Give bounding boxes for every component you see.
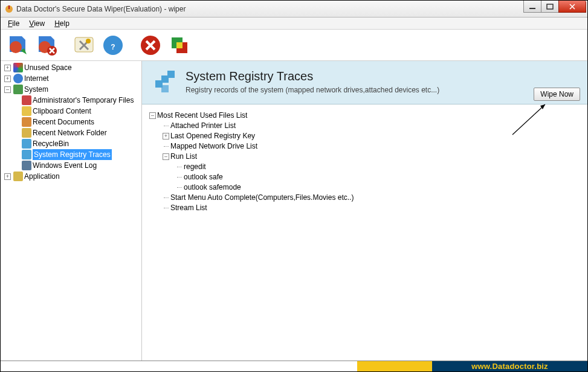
footer-url: www.Datadoctor.biz (432, 361, 587, 371)
node-label: Recent Documents (33, 117, 94, 127)
node-icon (22, 139, 31, 149)
detail-label: Attached Printer List (170, 121, 236, 131)
detail-node[interactable]: Mapped Network Drive List (163, 141, 584, 152)
detail-node[interactable]: Stream List (163, 203, 584, 213)
menu-file[interactable]: File (3, 18, 24, 29)
node-icon (13, 85, 23, 94)
node-label: RecycleBin (33, 138, 69, 149)
footer: www.Datadoctor.biz (1, 361, 587, 371)
toolbar-btn-help[interactable]: ? (100, 32, 126, 59)
node-label: Clipboard Content (33, 106, 91, 117)
detail-label: Most Recent Used Files List (157, 111, 247, 121)
node-label: System (24, 84, 48, 95)
svg-rect-15 (176, 42, 183, 48)
tree-node[interactable]: Recent Network Folder (11, 127, 140, 138)
detail-label: Mapped Network Drive List (170, 141, 257, 152)
detail-node[interactable]: –Run List (163, 152, 584, 162)
details-tree[interactable]: –Most Recent Used Files ListAttached Pri… (142, 104, 587, 219)
detail-label: Stream List (170, 203, 207, 213)
tree-node[interactable]: Administrator's Temporary Files (11, 95, 140, 106)
window-controls (524, 1, 586, 13)
toolbar-btn-stop[interactable] (137, 32, 164, 59)
detail-node[interactable]: Start Menu Auto Complete(Computers,Files… (163, 193, 584, 203)
banner-title: System Registry Traces (186, 69, 439, 83)
node-icon (13, 63, 23, 72)
svg-rect-1 (8, 5, 10, 9)
tree-node[interactable]: Windows Event Log (11, 160, 140, 171)
tree-node[interactable]: –System (3, 84, 140, 95)
svg-point-4 (10, 41, 22, 53)
node-label: Application (24, 171, 60, 182)
close-button[interactable] (558, 1, 586, 13)
tree-node[interactable]: +Application (3, 171, 140, 182)
node-label: Unused Space (24, 62, 72, 73)
tree-node[interactable]: Recent Documents (11, 117, 140, 127)
detail-label: Run List (170, 152, 197, 162)
detail-node[interactable]: Attached Printer List (163, 121, 584, 131)
sidebar-tree[interactable]: +Unused Space+Internet–SystemAdministrat… (1, 61, 142, 361)
svg-rect-19 (161, 85, 169, 92)
menu-view[interactable]: View (24, 18, 50, 29)
tree-node[interactable]: RecycleBin (11, 138, 140, 149)
toolbar: ? (1, 30, 587, 61)
toolbar-btn-settings[interactable] (71, 32, 97, 59)
svg-rect-18 (167, 71, 175, 78)
maximize-button[interactable] (541, 1, 559, 13)
toolbar-btn-1[interactable] (4, 32, 31, 59)
registry-icon (153, 69, 177, 94)
node-icon (13, 172, 23, 181)
node-icon (13, 74, 23, 83)
minimize-button[interactable] (523, 1, 541, 13)
node-icon (22, 150, 31, 159)
detail-label: outlook safe (184, 172, 223, 182)
node-label: Administrator's Temporary Files (33, 95, 134, 106)
menu-bar: File View Help (1, 18, 587, 30)
node-icon (22, 106, 31, 116)
menu-help[interactable]: Help (50, 18, 74, 29)
app-icon (4, 4, 14, 14)
detail-node[interactable]: –Most Recent Used Files List (149, 111, 584, 121)
node-label: Recent Network Folder (33, 127, 107, 138)
tree-node[interactable]: System Registry Traces (11, 149, 140, 160)
detail-node[interactable]: outlook safemode (176, 182, 584, 193)
detail-node[interactable]: regedit (176, 162, 584, 172)
detail-label: regedit (184, 162, 206, 172)
toolbar-btn-2[interactable] (33, 32, 60, 59)
detail-node[interactable]: outlook safe (176, 172, 584, 182)
svg-rect-3 (547, 4, 553, 9)
window-title: Data Doctor's Secure Data Wiper(Evaluati… (16, 5, 186, 13)
svg-point-9 (86, 39, 91, 43)
detail-label: Last Opened Registry Key (170, 131, 255, 141)
banner-subtitle: Registry records of the system (mapped n… (186, 86, 439, 94)
node-label: System Registry Traces (33, 149, 112, 160)
detail-node[interactable]: +Last Opened Registry Key (163, 131, 584, 141)
node-icon (22, 128, 31, 138)
title-bar: Data Doctor's Secure Data Wiper(Evaluati… (1, 1, 587, 18)
tree-node[interactable]: Clipboard Content (11, 106, 140, 117)
node-icon (22, 117, 31, 127)
svg-rect-2 (529, 8, 535, 9)
wipe-now-button[interactable]: Wipe Now (534, 88, 580, 101)
node-icon (22, 161, 31, 170)
tree-node[interactable]: +Unused Space (3, 62, 140, 73)
node-icon (22, 95, 31, 105)
detail-label: outlook safemode (184, 182, 241, 193)
banner: System Registry Traces Registry records … (142, 61, 587, 104)
tree-node[interactable]: +Internet (3, 73, 140, 84)
svg-text:?: ? (111, 43, 115, 51)
node-label: Windows Event Log (33, 160, 97, 171)
node-label: Internet (24, 73, 49, 84)
toolbar-btn-overlap[interactable] (166, 32, 193, 59)
detail-label: Start Menu Auto Complete(Computers,Files… (170, 193, 354, 203)
